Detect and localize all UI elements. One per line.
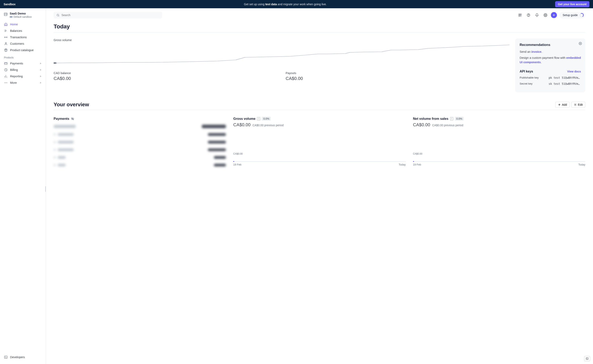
- blurred-row: [54, 154, 226, 161]
- net-prev: CA$0.00 previous period: [432, 124, 463, 127]
- gross-volume-label: Gross volume: [54, 39, 510, 42]
- svg-point-14: [528, 16, 529, 16]
- gross-mini-chart: CA$0.00 19 FebToday: [233, 154, 406, 162]
- sandbox-flag-icon: [10, 16, 13, 18]
- eye-off-icon[interactable]: [71, 117, 74, 120]
- sidebar-section-products: Products: [2, 53, 43, 60]
- gear-icon: [574, 103, 577, 106]
- settings-icon[interactable]: [542, 12, 548, 18]
- cad-balance-value: CA$0.00: [54, 76, 278, 81]
- gross-amount: CA$0.00: [233, 122, 251, 127]
- change-badge: 0.0%: [262, 117, 271, 121]
- add-button[interactable]: Add: [555, 102, 570, 108]
- page-title: Today: [54, 23, 585, 30]
- terminal-icon: [4, 355, 8, 359]
- recommendations-title: Recommendations: [520, 43, 581, 47]
- sidebar-item-billing[interactable]: Billing: [2, 67, 43, 73]
- reporting-icon: [4, 74, 8, 78]
- help-icon[interactable]: [526, 12, 532, 18]
- net-amount: CA$0.00: [413, 122, 430, 127]
- svg-rect-1: [10, 17, 13, 17]
- svg-rect-12: [519, 15, 520, 17]
- blurred-row: [54, 131, 226, 138]
- chevron-right-icon: [39, 75, 42, 78]
- svg-point-5: [4, 83, 5, 83]
- progress-ring-icon: [579, 13, 584, 18]
- gross-volume-chart: [54, 44, 510, 64]
- blurred-row: [54, 138, 226, 146]
- more-icon: [4, 81, 8, 84]
- developer-shell-button[interactable]: [584, 356, 590, 361]
- view-docs-link[interactable]: View docs: [567, 70, 581, 73]
- home-icon: [4, 23, 8, 26]
- notifications-icon[interactable]: [534, 12, 540, 18]
- sidebar-item-balances[interactable]: Balances: [2, 28, 43, 34]
- create-button[interactable]: [551, 12, 557, 18]
- chevron-right-icon: [39, 82, 42, 84]
- setup-guide-button[interactable]: Setup guide: [559, 12, 585, 18]
- reco-line-invoice: Send an invoice.: [520, 50, 581, 54]
- apps-icon[interactable]: [517, 12, 523, 18]
- svg-point-7: [7, 83, 7, 83]
- account-switcher[interactable]: SaaS Demo Default sandbox: [2, 12, 43, 21]
- sidebar-item-transactions[interactable]: Transactions: [2, 34, 43, 40]
- sidebar-item-more[interactable]: More: [2, 79, 43, 86]
- blurred-row: [54, 146, 226, 154]
- sidebar-item-home[interactable]: Home: [2, 21, 43, 28]
- svg-point-15: [545, 15, 546, 16]
- blurred-row: [54, 122, 226, 131]
- billing-icon: [4, 68, 8, 72]
- search-input[interactable]: [54, 12, 162, 19]
- svg-rect-10: [519, 14, 520, 15]
- blurred-row: [54, 161, 226, 169]
- edit-button[interactable]: Edit: [571, 102, 585, 108]
- sandbox-label: Sandbox: [4, 3, 15, 6]
- get-live-account-button[interactable]: Get your live account: [555, 1, 589, 7]
- gross-prev: CA$0.00 previous period: [253, 124, 284, 127]
- svg-point-2: [5, 42, 7, 44]
- customers-icon: [4, 42, 8, 46]
- chevron-right-icon: [39, 69, 42, 71]
- svg-point-18: [575, 104, 576, 105]
- sidebar-item-developers[interactable]: Developers: [2, 354, 43, 360]
- payments-card-title: Payments: [54, 117, 69, 121]
- svg-rect-3: [4, 63, 7, 65]
- balances-icon: [4, 29, 8, 32]
- info-icon[interactable]: i: [257, 117, 260, 120]
- search-icon: [56, 14, 60, 17]
- sidebar-item-payments[interactable]: Payments: [2, 60, 43, 67]
- secret-key-row[interactable]: Secret key sk_test_51QwBhYRVmv…: [520, 82, 581, 85]
- net-volume-card: Net volume from sales i 0.0% CA$0.00 CA$…: [413, 117, 585, 169]
- account-sublabel: Default sandbox: [10, 15, 32, 18]
- recommendations-panel: Recommendations Send an invoice. Design …: [515, 39, 585, 92]
- topbar: Setup guide: [54, 12, 585, 19]
- transactions-icon: [4, 35, 8, 39]
- overview-title: Your overview: [54, 101, 89, 108]
- change-badge: 0.0%: [455, 117, 464, 121]
- svg-rect-11: [520, 14, 521, 15]
- sandbox-banner: Sandbox Get set up using test data and m…: [0, 0, 593, 8]
- sidebar-item-product-catalogue[interactable]: Product catalogue: [2, 47, 43, 53]
- payments-icon: [4, 62, 8, 65]
- sidebar-item-reporting[interactable]: Reporting: [2, 73, 43, 79]
- banner-message: Get set up using test data and migrate y…: [15, 3, 555, 6]
- reco-line-embedded: Design a custom payment flow with embedd…: [520, 56, 581, 65]
- svg-point-6: [6, 83, 6, 83]
- gross-volume-card: Gross volume i 0.0% CA$0.00 CA$0.00 prev…: [233, 117, 406, 169]
- chevron-right-icon: [39, 62, 42, 65]
- payouts-label: Payouts: [286, 72, 510, 75]
- plus-icon: [558, 103, 561, 106]
- payouts-value: CA$0.00: [286, 76, 510, 81]
- publishable-key-row[interactable]: Publishable key pk_test_51QwBhYRVmv…: [520, 76, 581, 79]
- close-icon[interactable]: [579, 42, 582, 45]
- api-keys-title: API keys: [520, 70, 533, 73]
- cad-balance-label: CAD balance: [54, 72, 278, 75]
- net-mini-chart: CA$0.00 19 FebToday: [413, 154, 585, 162]
- invoice-link[interactable]: invoice: [531, 50, 541, 53]
- store-icon: [4, 12, 8, 16]
- sidebar-item-customers[interactable]: Customers: [2, 40, 43, 47]
- divider: [54, 110, 585, 110]
- payments-card: Payments: [54, 117, 226, 169]
- info-icon[interactable]: i: [450, 117, 453, 120]
- catalogue-icon: [4, 48, 8, 52]
